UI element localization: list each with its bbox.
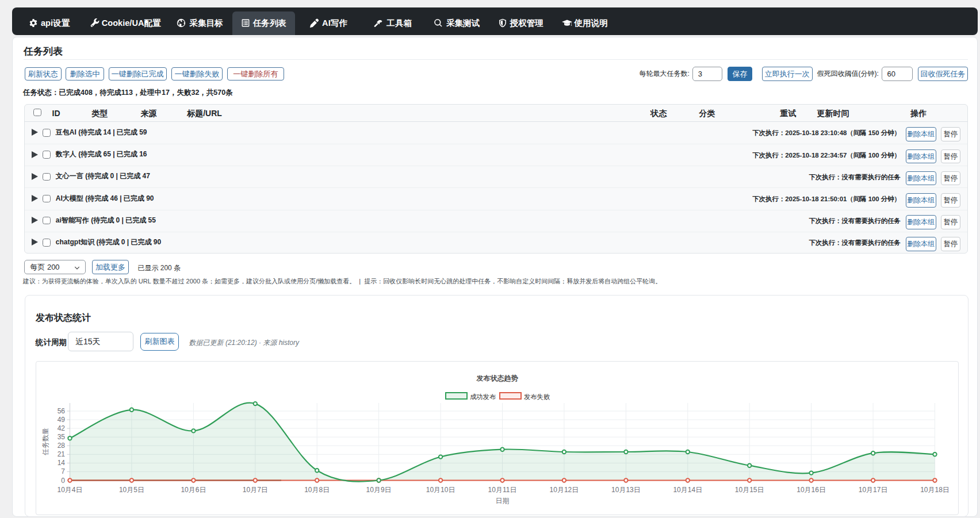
- svg-text:0: 0: [61, 477, 65, 485]
- svg-text:10月12日: 10月12日: [550, 486, 579, 494]
- svg-text:成功发布: 成功发布: [470, 393, 496, 400]
- svg-text:任务数量: 任务数量: [41, 428, 49, 456]
- svg-text:日期: 日期: [496, 497, 510, 505]
- svg-text:10月4日: 10月4日: [57, 486, 82, 494]
- svg-text:10月11日: 10月11日: [488, 486, 517, 494]
- svg-text:10月17日: 10月17日: [859, 486, 888, 494]
- svg-text:10月15日: 10月15日: [735, 486, 764, 494]
- svg-text:发布失败: 发布失败: [524, 393, 550, 400]
- svg-text:56: 56: [58, 407, 66, 415]
- svg-text:10月7日: 10月7日: [243, 486, 268, 494]
- svg-text:10月8日: 10月8日: [304, 486, 330, 494]
- svg-text:21: 21: [58, 450, 66, 458]
- svg-text:10月13日: 10月13日: [611, 486, 641, 494]
- svg-text:发布状态趋势: 发布状态趋势: [476, 374, 519, 382]
- svg-text:7: 7: [61, 467, 65, 475]
- svg-text:35: 35: [58, 433, 66, 441]
- svg-text:10月14日: 10月14日: [673, 486, 702, 494]
- svg-text:10月5日: 10月5日: [119, 486, 144, 494]
- svg-text:10月10日: 10月10日: [426, 486, 455, 494]
- svg-text:10月18日: 10月18日: [920, 486, 950, 494]
- svg-text:42: 42: [58, 424, 66, 432]
- svg-text:14: 14: [58, 459, 66, 467]
- svg-text:10月9日: 10月9日: [366, 486, 392, 494]
- svg-text:10月16日: 10月16日: [797, 486, 826, 494]
- svg-text:49: 49: [58, 416, 66, 424]
- svg-text:28: 28: [58, 442, 66, 450]
- svg-text:10月6日: 10月6日: [181, 486, 206, 494]
